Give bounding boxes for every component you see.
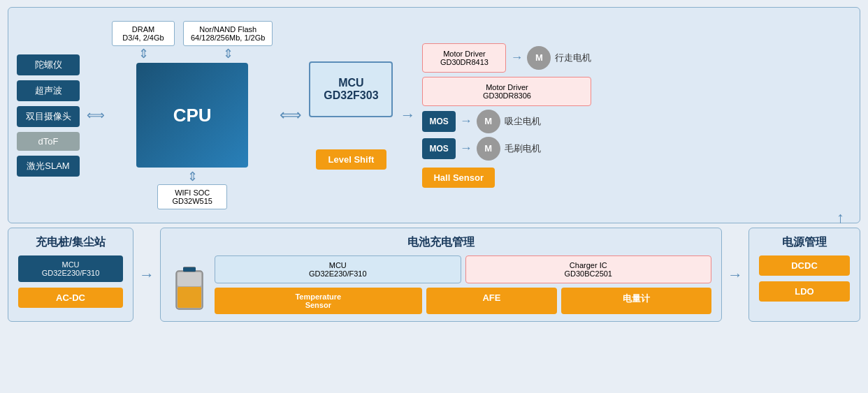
power-management-content: DCDC LDO	[759, 255, 850, 302]
wifi-label1: WIFI SOC	[175, 188, 210, 197]
flash-box: Nor/NAND Flash 64/128/256Mb, 1/2Gb	[183, 21, 273, 46]
sensor-lidar-slam: 激光SLAM	[17, 156, 80, 177]
arrow-motor0: →	[510, 50, 523, 65]
cpu-mem-block: DRAM D3/4, 2/4Gb ⇕ Nor/NAND Flash 64/128…	[112, 21, 273, 209]
motor-1-circle: M	[477, 110, 500, 133]
motor-row-2: MOS → M 毛刷电机	[422, 137, 591, 161]
dram-label1: DRAM	[132, 25, 154, 34]
motor-driver-0-label1: Motor Driver	[443, 50, 486, 58]
battery-management-card: 电池充电管理	[160, 228, 722, 322]
motor-0-circle: M	[527, 46, 551, 70]
flash-arrow: ⇕	[223, 47, 233, 60]
charging-mcu-label1: MCU	[62, 260, 79, 269]
motor-driver-1-block: Motor Driver GD30DR8306 MOS → M 吸尘电机 MOS…	[422, 77, 591, 161]
motor-driver-section: Motor Driver GD30DR8413 → M 行走电机 Motor D…	[422, 43, 591, 188]
mcu-label1: MCU	[338, 77, 363, 89]
bottom-cards-wrapper: 充电桩/集尘站 MCU GD32E230/F310 AC-DC → 电池充电管理	[8, 228, 860, 322]
acdc-box: AC-DC	[18, 288, 123, 308]
wifi-box: WIFI SOC GD32W515	[157, 184, 227, 209]
mem-arrows: DRAM D3/4, 2/4Gb ⇕ Nor/NAND Flash 64/128…	[112, 21, 273, 60]
motor-driver-1-label2: GD30DR8306	[483, 91, 531, 100]
wifi-up-arrow: ⇕	[187, 170, 198, 183]
battery-icon	[171, 262, 209, 311]
charger-ic-label2: GD30BC2501	[565, 269, 613, 278]
level-shift-box: Level Shift	[316, 149, 387, 170]
svg-rect-3	[178, 272, 201, 286]
battery-mcu-label2: GD32E230/F310	[309, 269, 367, 278]
arrow-cpu-to-mcu: ⟺	[280, 106, 302, 124]
motor-driver-1-label1: Motor Driver	[486, 83, 528, 91]
motor-1-label: 吸尘电机	[505, 115, 541, 128]
motor-driver-1: Motor Driver GD30DR8306	[422, 77, 591, 106]
dram-arrow: ⇕	[138, 47, 149, 60]
mcu-block: MCU GD32F303	[309, 61, 393, 117]
charging-mcu-label2: GD32E230/F310	[42, 269, 100, 277]
arrow-mos2: →	[460, 141, 472, 156]
ldo-box: LDO	[759, 281, 850, 302]
cpu-label: CPU	[173, 105, 212, 126]
arrow-charging-to-battery: →	[139, 228, 154, 322]
motor-row-0: Motor Driver GD30DR8413 → M 行走电机	[422, 43, 591, 73]
mos-box-1: MOS	[422, 111, 455, 132]
motor-2-label: 毛刷电机	[505, 142, 541, 155]
dram-label2: D3/4, 2/4Gb	[122, 34, 164, 42]
power-meter-box: 电量计	[561, 288, 711, 314]
svg-rect-4	[183, 267, 196, 272]
top-section: 陀螺仪 超声波 双目摄像头 dToF 激光SLAM ⟺ DRAM D3/4, 2…	[8, 7, 860, 223]
motor-2-circle: M	[477, 137, 500, 161]
arrow-mos1: →	[460, 114, 472, 128]
charger-ic-box: Charger IC GD30BC2501	[465, 255, 712, 283]
dcdc-box: DCDC	[759, 255, 850, 276]
dram-box: DRAM D3/4, 2/4Gb	[112, 21, 175, 46]
battery-right: MCU GD32E230/F310 Charger IC GD30BC2501 …	[215, 255, 711, 314]
battery-top-row: MCU GD32E230/F310 Charger IC GD30BC2501	[215, 255, 711, 283]
bottom-section: 充电桩/集尘站 MCU GD32E230/F310 AC-DC → 电池充电管理	[8, 228, 860, 322]
arrow-mcu-to-motors: →	[400, 106, 415, 124]
main-container: 陀螺仪 超声波 双目摄像头 dToF 激光SLAM ⟺ DRAM D3/4, 2…	[8, 7, 860, 322]
battery-mcu-box: MCU GD32E230/F310	[215, 255, 461, 283]
charging-station-title: 充电桩/集尘站	[18, 235, 123, 250]
motor-driver-0: Motor Driver GD30DR8413	[422, 43, 506, 73]
charging-station-card: 充电桩/集尘站 MCU GD32E230/F310 AC-DC	[8, 228, 133, 322]
motor-row-1: MOS → M 吸尘电机	[422, 110, 591, 133]
charging-mcu-box: MCU GD32E230/F310	[18, 255, 123, 282]
sensor-ultrasonic: 超声波	[17, 80, 80, 101]
motor-0-label: 行走电机	[555, 52, 591, 64]
mos-box-2: MOS	[422, 138, 455, 159]
afe-box: AFE	[426, 288, 558, 314]
battery-mcu-label1: MCU	[329, 261, 347, 269]
flash-label2: 64/128/256Mb, 1/2Gb	[191, 34, 265, 42]
sensors-column: 陀螺仪 超声波 双目摄像头 dToF 激光SLAM	[17, 54, 80, 177]
svg-rect-2	[178, 287, 201, 308]
cpu-block: CPU	[136, 63, 248, 168]
arrow-power-up: ↑	[837, 209, 844, 227]
hall-sensor-box: Hall Sensor	[422, 168, 495, 188]
sensor-stereo-camera: 双目摄像头	[17, 106, 80, 127]
flash-label1: Nor/NAND Flash	[199, 25, 256, 34]
temp-sensor-box: TemperatureSensor	[215, 288, 422, 314]
battery-management-title: 电池充电管理	[171, 235, 711, 250]
wifi-label2: GD32W515	[172, 197, 212, 205]
power-management-card: ↑ 电源管理 DCDC LDO	[748, 228, 860, 322]
mcu-label2: GD32F303	[324, 89, 378, 101]
arrow-battery-to-power: →	[728, 228, 743, 322]
mcu-block-wrap: MCU GD32F303 Level Shift	[309, 61, 393, 170]
battery-bottom-row: TemperatureSensor AFE 电量计	[215, 288, 711, 314]
charging-station-content: MCU GD32E230/F310 AC-DC	[18, 255, 123, 308]
power-management-title: 电源管理	[759, 235, 850, 250]
sensor-gyro: 陀螺仪	[17, 54, 80, 75]
arrow-sensor-to-cpu: ⟺	[87, 107, 105, 123]
sensor-dtof: dToF	[17, 132, 80, 151]
charger-ic-label1: Charger IC	[570, 261, 607, 269]
motor-driver-0-label2: GD30DR8413	[440, 58, 489, 66]
battery-content: MCU GD32E230/F310 Charger IC GD30BC2501 …	[171, 255, 711, 314]
